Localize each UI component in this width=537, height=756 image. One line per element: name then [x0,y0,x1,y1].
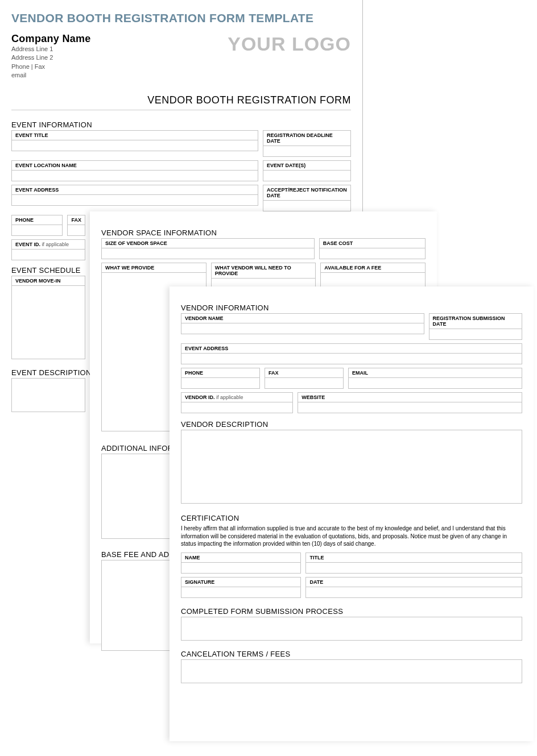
page-3: VENDOR INFORMATION VENDOR NAME REGISTRAT… [170,286,534,741]
event-address-label: EVENT ADDRESS [11,185,258,194]
vendor-phone-label: PHONE [181,368,260,377]
submission-process-heading: COMPLETED FORM SUBMISSION PROCESS [181,607,522,616]
title-input[interactable] [305,562,522,574]
email: email [11,71,351,80]
event-dates-input[interactable] [263,170,351,181]
vendor-movein-label: VENDOR MOVE-IN [11,276,85,285]
reg-submission-input[interactable] [429,329,522,340]
size-space-label: SIZE OF VENDOR SPACE [101,238,315,248]
name-input[interactable] [181,562,301,574]
form-title: VENDOR BOOTH REGISTRATION FORM [11,94,351,110]
date-input[interactable] [305,587,522,598]
event-id-label: EVENT ID. if applicable [11,239,85,249]
what-we-provide-label: WHAT WE PROVIDE [101,263,206,272]
reg-deadline-input[interactable] [263,146,351,157]
website-input[interactable] [298,402,522,413]
phone-label: PHONE [11,215,63,225]
cancel-terms-input[interactable] [181,659,522,683]
fax-label: FAX [67,215,85,225]
vendor-fax-input[interactable] [265,377,344,389]
vendor-description-input[interactable] [181,430,522,504]
signature-input[interactable] [181,587,301,598]
submission-process-input[interactable] [181,617,522,641]
event-info-heading: EVENT INFORMATION [11,121,351,129]
base-cost-input[interactable] [319,248,426,259]
vendor-address-input[interactable] [181,353,522,364]
website-label: WEBSITE [298,392,522,402]
header-block: Company Name Address Line 1 Address Line… [11,33,351,84]
event-dates-label: EVENT DATE(S) [263,160,351,170]
vendor-info-heading: VENDOR INFORMATION [181,304,522,312]
event-id-input[interactable] [11,249,85,260]
date-label: DATE [305,577,522,587]
vendor-name-label: VENDOR NAME [181,313,424,323]
avail-fee-label: AVAILABLE FOR A FEE [320,263,426,272]
reg-submission-label: REGISTRATION SUBMISSION DATE [429,313,522,329]
vendor-phone-input[interactable] [181,377,260,389]
base-cost-label: BASE COST [319,238,426,248]
vendor-space-heading: VENDOR SPACE INFORMATION [101,229,426,237]
signature-label: SIGNATURE [181,577,301,587]
phone-input[interactable] [11,225,63,236]
reg-deadline-label: REGISTRATION DEADLINE DATE [263,130,351,146]
certification-text: I hereby affirm that all information sup… [181,525,522,548]
event-description-input[interactable] [11,378,85,412]
certification-heading: CERTIFICATION [181,514,522,522]
vendor-provide-label: WHAT VENDOR WILL NEED TO PROVIDE [211,263,316,278]
accept-reject-label: ACCEPT/REJECT NOTIFICATION DATE [263,185,351,200]
vendor-email-label: EMAIL [348,368,522,377]
logo-placeholder: YOUR LOGO [228,33,351,55]
fax-input[interactable] [67,225,85,236]
event-location-label: EVENT LOCATION NAME [11,160,258,170]
template-title: VENDOR BOOTH REGISTRATION FORM TEMPLATE [11,11,351,25]
vendor-description-heading: VENDOR DESCRIPTION [181,420,522,429]
size-space-input[interactable] [101,248,315,259]
event-address-input[interactable] [11,194,258,206]
cancel-terms-heading: CANCELATION TERMS / FEES [181,650,522,658]
phone-fax: Phone | Fax [11,63,351,71]
vendor-email-input[interactable] [348,377,522,389]
event-title-input[interactable] [11,140,258,151]
title-label: TITLE [305,553,522,562]
event-location-input[interactable] [11,170,258,181]
accept-reject-input[interactable] [263,200,351,211]
vendor-id-label: VENDOR ID. if applicable [181,392,293,402]
vendor-address-label: EVENT ADDRESS [181,343,522,353]
vendor-id-input[interactable] [181,402,293,413]
event-title-label: EVENT TITLE [11,130,258,140]
vendor-name-input[interactable] [181,323,424,334]
vendor-movein-input[interactable] [11,285,85,359]
name-label: NAME [181,553,301,562]
vendor-fax-label: FAX [265,368,344,377]
